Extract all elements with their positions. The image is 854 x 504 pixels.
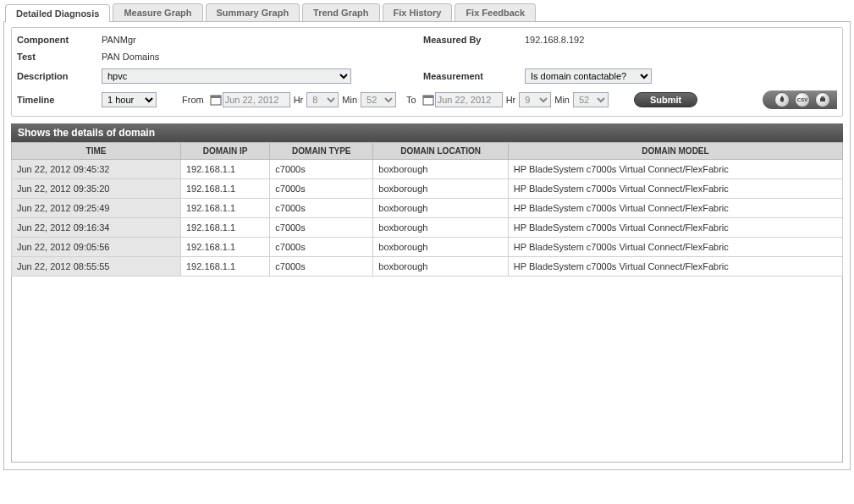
- table-cell: Jun 22, 2012 09:25:49: [12, 199, 181, 218]
- to-hr-label: Hr: [506, 95, 516, 105]
- test-label: Test: [17, 52, 102, 62]
- calendar-icon[interactable]: [209, 93, 223, 107]
- to-date-input[interactable]: [435, 92, 503, 107]
- from-date-input[interactable]: [223, 92, 290, 107]
- svg-rect-4: [820, 98, 825, 101]
- tab-bar: Detailed DiagnosisMeasure GraphSummary G…: [3, 3, 851, 21]
- component-label: Component: [17, 35, 102, 45]
- table-cell: HP BladeSystem c7000s Virtual Connect/Fl…: [508, 199, 842, 218]
- table-row: Jun 22, 2012 09:05:56192.168.1.1c7000sbo…: [12, 238, 843, 257]
- table-cell: 192.168.1.1: [181, 257, 270, 277]
- table-cell: 192.168.1.1: [181, 238, 270, 257]
- to-min-label: Min: [554, 95, 570, 105]
- tab-fix-feedback[interactable]: Fix Feedback: [455, 3, 536, 21]
- table-cell: boxborough: [373, 218, 509, 238]
- measured-by-value: 192.168.8.192: [525, 35, 584, 45]
- from-min-select[interactable]: 52: [361, 92, 396, 107]
- table-row: Jun 22, 2012 09:25:49192.168.1.1c7000sbo…: [12, 199, 843, 218]
- table-cell: c7000s: [270, 218, 373, 238]
- table-row: Jun 22, 2012 08:55:55192.168.1.1c7000sbo…: [12, 257, 843, 277]
- table-cell: c7000s: [270, 238, 373, 257]
- from-label: From: [182, 95, 204, 105]
- column-header: TIME: [12, 143, 181, 160]
- calendar-icon[interactable]: [421, 93, 435, 107]
- svg-rect-5: [821, 96, 824, 98]
- component-value: PANMgr: [102, 35, 423, 45]
- from-min-label: Min: [342, 95, 357, 105]
- table-cell: boxborough: [373, 179, 509, 199]
- svg-rect-3: [423, 96, 433, 98]
- submit-button[interactable]: Submit: [634, 92, 697, 107]
- svg-rect-1: [211, 96, 221, 98]
- to-min-select[interactable]: 52: [573, 92, 609, 107]
- description-label: Description: [17, 71, 102, 81]
- table-cell: HP BladeSystem c7000s Virtual Connect/Fl…: [508, 179, 842, 199]
- table-cell: Jun 22, 2012 09:05:56: [12, 238, 181, 257]
- table-cell: boxborough: [373, 160, 509, 179]
- table-cell: boxborough: [373, 257, 509, 277]
- to-hr-select[interactable]: 9: [519, 92, 551, 107]
- main-panel: Component PANMgr Measured By 192.168.8.1…: [3, 21, 851, 470]
- column-header: DOMAIN IP: [181, 143, 270, 160]
- export-toolbar: CSV: [763, 90, 837, 109]
- table-cell: c7000s: [270, 160, 373, 179]
- table-empty-area: [11, 277, 843, 463]
- tab-fix-history[interactable]: Fix History: [383, 3, 453, 21]
- print-icon[interactable]: [815, 92, 830, 107]
- measurement-label: Measurement: [423, 71, 525, 81]
- flame-icon[interactable]: [774, 92, 790, 107]
- table-row: Jun 22, 2012 09:35:20192.168.1.1c7000sbo…: [12, 179, 843, 199]
- section-title: Shows the details of domain: [11, 123, 843, 142]
- tab-detailed-diagnosis[interactable]: Detailed Diagnosis: [5, 4, 110, 22]
- table-cell: c7000s: [270, 199, 373, 218]
- table-cell: HP BladeSystem c7000s Virtual Connect/Fl…: [508, 218, 842, 238]
- table-cell: 192.168.1.1: [181, 160, 270, 179]
- tab-summary-graph[interactable]: Summary Graph: [206, 3, 300, 21]
- table-row: Jun 22, 2012 09:16:34192.168.1.1c7000sbo…: [12, 218, 843, 238]
- table-cell: 192.168.1.1: [181, 218, 270, 238]
- table-cell: HP BladeSystem c7000s Virtual Connect/Fl…: [508, 257, 842, 277]
- measured-by-label: Measured By: [423, 35, 525, 45]
- table-cell: HP BladeSystem c7000s Virtual Connect/Fl…: [508, 238, 842, 257]
- table-cell: c7000s: [270, 257, 373, 277]
- table-cell: Jun 22, 2012 08:55:55: [12, 257, 181, 277]
- table-cell: Jun 22, 2012 09:45:32: [12, 160, 181, 179]
- timeline-label: Timeline: [17, 95, 102, 105]
- from-hr-select[interactable]: 8: [306, 92, 339, 107]
- table-cell: Jun 22, 2012 09:35:20: [12, 179, 181, 199]
- description-select[interactable]: hpvc: [102, 68, 351, 84]
- tab-trend-graph[interactable]: Trend Graph: [302, 3, 379, 21]
- column-header: DOMAIN TYPE: [270, 143, 373, 160]
- measurement-select[interactable]: Is domain contactable?: [525, 68, 652, 84]
- timeline-select[interactable]: 1 hour: [102, 92, 157, 107]
- table-cell: Jun 22, 2012 09:16:34: [12, 218, 181, 238]
- csv-export-button[interactable]: CSV: [795, 92, 810, 107]
- table-row: Jun 22, 2012 09:45:32192.168.1.1c7000sbo…: [12, 160, 843, 179]
- test-value: PAN Domains: [102, 52, 159, 62]
- table-cell: HP BladeSystem c7000s Virtual Connect/Fl…: [508, 160, 842, 179]
- table-cell: 192.168.1.1: [181, 199, 270, 218]
- to-label: To: [406, 95, 416, 105]
- tab-measure-graph[interactable]: Measure Graph: [113, 3, 202, 21]
- table-cell: c7000s: [270, 179, 373, 199]
- column-header: DOMAIN MODEL: [508, 143, 842, 160]
- table-cell: boxborough: [373, 199, 509, 218]
- column-header: DOMAIN LOCATION: [373, 143, 509, 160]
- table-cell: boxborough: [373, 238, 509, 257]
- from-hr-label: Hr: [294, 95, 304, 105]
- table-cell: 192.168.1.1: [181, 179, 270, 199]
- domain-table: TIMEDOMAIN IPDOMAIN TYPEDOMAIN LOCATIOND…: [11, 142, 843, 277]
- filters-box: Component PANMgr Measured By 192.168.8.1…: [11, 27, 843, 117]
